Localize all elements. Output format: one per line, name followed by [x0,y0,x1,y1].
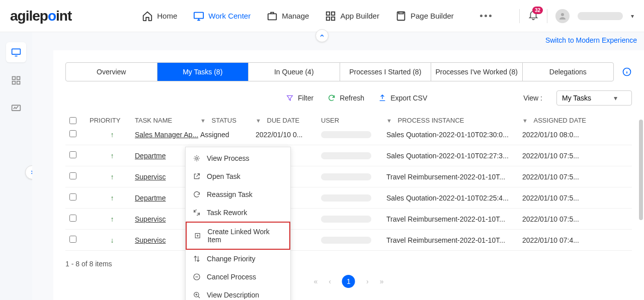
table-row[interactable]: ↑ Departme 2/01/11 0... Sales Quotation-… [65,187,632,209]
sidebar-analytics[interactable] [6,98,26,119]
table-row[interactable]: ↑ Departme 2/01/11 0... Sales Quotation-… [65,145,632,166]
col-user[interactable]: USER [321,117,386,124]
svg-rect-0 [194,12,203,18]
nav-home[interactable]: Home [142,11,177,22]
collapse-header-button[interactable] [315,29,329,42]
refresh-label: Refresh [340,94,364,102]
svg-rect-10 [13,77,16,80]
col-assigned[interactable]: ▼ ASSIGNED DATE [522,117,603,124]
table-row[interactable]: ↑ Supervisc 2/01/11 0... Travel Reimburs… [65,166,632,187]
tab-processes-started[interactable]: Processes I Started (8) [340,63,432,81]
col-process[interactable]: ▼ PROCESS INSTANCE [386,117,522,124]
process-cell: Sales Quotation-2022-01-10T02:30:0... [386,131,522,139]
menu-view-process[interactable]: View Process [186,149,290,167]
pager-last[interactable]: » [380,277,384,285]
tab-my-tasks[interactable]: My Tasks (8) [157,63,249,81]
refresh-button[interactable]: Refresh [328,94,364,102]
row-checkbox[interactable] [69,172,76,179]
avatar[interactable] [555,9,570,23]
priority-indicator: ↑ [90,152,135,160]
cancel-icon [193,273,201,281]
main: Switch to Modern Experience Overview My … [32,32,644,300]
separator [519,9,520,23]
table-header: PRIORITY TASK NAME ▼ STATUS ▼ DUE DATE U… [65,117,632,124]
pager-prev[interactable]: ‹ [329,277,331,285]
link-icon [194,232,201,240]
table-row[interactable]: ↑ Sales Manager Ap... Assigned 2022/01/1… [65,124,632,145]
context-menu: View Process Open Task Reassign Task Tas… [185,147,291,300]
row-checkbox[interactable] [69,236,76,243]
task-link[interactable]: Supervisc [135,236,166,244]
briefcase-icon [267,11,278,22]
filter-button[interactable]: Filter [286,94,313,102]
row-checkbox[interactable] [69,215,76,222]
export-button[interactable]: Export CSV [378,94,427,102]
user-cell [321,216,371,223]
pager-first[interactable]: « [314,277,318,285]
task-link[interactable]: Supervisc [135,173,166,181]
nav-manage[interactable]: Manage [267,11,309,22]
task-link[interactable]: Departme [135,194,166,202]
nav-more[interactable] [480,11,492,22]
filter-icon: ▼ [200,118,206,124]
notifications-button[interactable]: 32 [528,10,539,23]
chart-icon [11,104,21,114]
task-link[interactable]: Supervisc [135,215,166,223]
col-priority[interactable]: PRIORITY [90,117,135,124]
info-icon[interactable] [622,67,632,77]
switch-experience-link[interactable]: Switch to Modern Experience [545,36,637,44]
content-panel: Overview My Tasks (8) In Queue (4) Proce… [53,50,644,300]
pager-next[interactable]: › [366,277,369,285]
menu-cancel-process[interactable]: Cancel Process [186,268,290,286]
svg-rect-4 [327,17,330,20]
filter-icon: ▼ [256,118,261,124]
pager-page[interactable]: 1 [342,275,355,288]
export-icon [378,94,386,102]
view-select[interactable]: My Tasks ▾ [556,90,632,106]
nav-page-builder[interactable]: Page Builder [395,11,454,22]
col-task-name[interactable]: TASK NAME [135,117,200,124]
menu-create-linked-work-item[interactable]: Create Linked Work Item [186,222,290,250]
sidebar-monitor[interactable] [6,42,26,62]
due-date-cell: 2022/01/10 0... [256,131,321,139]
select-all-checkbox[interactable] [69,117,76,124]
row-checkbox[interactable] [69,193,76,201]
header-right: 32 ▾ [519,9,634,23]
toolbar: Filter Refresh Export CSV View : My Task… [65,90,632,106]
range-label: 1 - 8 of 8 items [65,260,112,268]
menu-view-description[interactable]: View Description [186,286,290,300]
rework-icon [193,209,201,217]
table-row[interactable]: ↓ Supervisc 2/01/11 0... Travel Reimburs… [65,230,632,251]
sidebar-grid[interactable] [6,70,26,90]
table-row[interactable]: ↑ Supervisc 2/01/11 0... Travel Reimburs… [65,209,632,230]
user-menu-chevron[interactable]: ▾ [631,13,634,20]
menu-task-rework[interactable]: Task Rework [186,204,290,222]
row-checkbox[interactable] [69,130,76,137]
logo: agilepoint [10,8,71,24]
nav-app-builder[interactable]: App Builder [325,11,379,22]
priority-indicator: ↑ [90,215,135,223]
separator [547,9,547,23]
filter-label: Filter [298,94,313,102]
notification-badge: 32 [532,7,543,14]
task-link[interactable]: Sales Manager Ap... [135,131,198,139]
menu-change-priority[interactable]: Change Priority [186,250,290,268]
nav-work-center-label: Work Center [208,12,251,20]
task-link[interactable]: Departme [135,152,166,160]
scrollbar[interactable] [639,120,643,275]
col-due-date[interactable]: ▼ DUE DATE [256,117,321,124]
nav-app-builder-label: App Builder [340,12,379,20]
export-label: Export CSV [390,94,427,102]
tab-delegations[interactable]: Delegations [523,63,614,81]
sidebar [0,32,32,300]
user-icon [558,12,567,21]
tab-processes-worked[interactable]: Processes I've Worked (8) [431,63,523,81]
col-status[interactable]: ▼ STATUS [200,117,256,124]
svg-point-8 [561,13,564,16]
row-checkbox[interactable] [69,151,76,158]
tab-in-queue[interactable]: In Queue (4) [249,63,340,81]
menu-reassign-task[interactable]: Reassign Task [186,185,290,204]
menu-open-task[interactable]: Open Task [186,167,290,185]
nav-work-center[interactable]: Work Center [193,11,251,22]
tab-overview[interactable]: Overview [66,63,157,81]
